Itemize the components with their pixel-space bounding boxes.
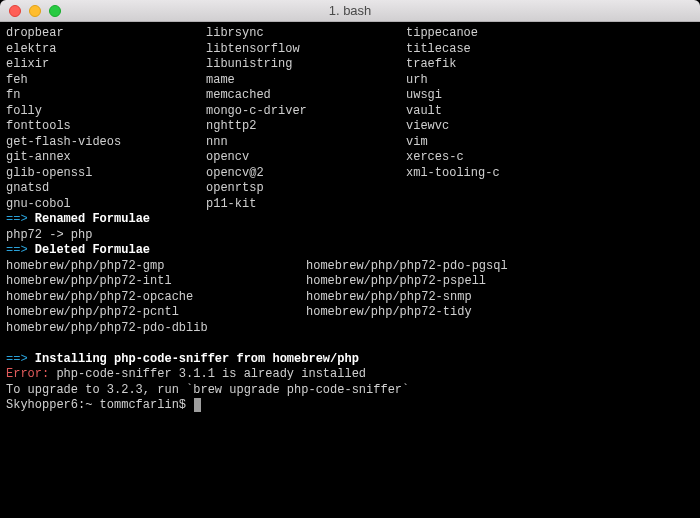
upgrade-msg: To upgrade to 3.2.3, run `brew upgrade p… — [6, 383, 694, 399]
formulae-grid: dropbear librsync tippecanoe elektra lib… — [6, 26, 694, 212]
error-msg: php-code-sniffer 3.1.1 is already instal… — [49, 367, 366, 381]
deleted-formula: homebrew/php/php72-pspell — [306, 274, 606, 290]
formula: fn — [6, 88, 206, 104]
terminal-window: 1. bash dropbear librsync tippecanoe ele… — [0, 0, 700, 518]
deleted-formula: homebrew/php/php72-tidy — [306, 305, 606, 321]
deleted-formula: homebrew/php/php72-opcache — [6, 290, 306, 306]
formula: opencv — [206, 150, 406, 166]
formula: git-annex — [6, 150, 206, 166]
formula: vault — [406, 104, 606, 120]
formula: get-flash-videos — [6, 135, 206, 151]
formula: tippecanoe — [406, 26, 606, 42]
terminal-output[interactable]: dropbear librsync tippecanoe elektra lib… — [0, 22, 700, 518]
formula: folly — [6, 104, 206, 120]
prompt: Skyhopper6:~ tommcfarlin$ — [6, 398, 193, 412]
formula: p11-kit — [206, 197, 406, 213]
deleted-formula: homebrew/php/php72-pdo-pgsql — [306, 259, 606, 275]
formula: elixir — [6, 57, 206, 73]
formula: titlecase — [406, 42, 606, 58]
formula: dropbear — [6, 26, 206, 42]
formula: memcached — [206, 88, 406, 104]
deleted-heading: ==> Deleted Formulae — [6, 243, 694, 259]
blank-line — [6, 336, 694, 352]
arrow-icon: ==> — [6, 212, 28, 226]
deleted-formula: homebrew/php/php72-intl — [6, 274, 306, 290]
prompt-line[interactable]: Skyhopper6:~ tommcfarlin$ — [6, 398, 694, 414]
formula: opencv@2 — [206, 166, 406, 182]
deleted-formula: homebrew/php/php72-pcntl — [6, 305, 306, 321]
formula: vim — [406, 135, 606, 151]
deleted-formula — [306, 321, 606, 337]
formula: xerces-c — [406, 150, 606, 166]
arrow-icon: ==> — [6, 352, 28, 366]
formula: gnu-cobol — [6, 197, 206, 213]
renamed-heading: ==> Renamed Formulae — [6, 212, 694, 228]
section-label: Renamed Formulae — [35, 212, 150, 226]
formula: mame — [206, 73, 406, 89]
formula: xml-tooling-c — [406, 166, 606, 182]
formula: librsync — [206, 26, 406, 42]
formula: nghttp2 — [206, 119, 406, 135]
error-line: Error: php-code-sniffer 3.1.1 is already… — [6, 367, 694, 383]
section-label: Deleted Formulae — [35, 243, 150, 257]
formula — [406, 197, 606, 213]
formula: viewvc — [406, 119, 606, 135]
formula: libunistring — [206, 57, 406, 73]
formula: glib-openssl — [6, 166, 206, 182]
deleted-grid: homebrew/php/php72-gmp homebrew/php/php7… — [6, 259, 694, 337]
formula: mongo-c-driver — [206, 104, 406, 120]
traffic-lights — [0, 5, 61, 17]
install-heading: ==> Installing php-code-sniffer from hom… — [6, 352, 694, 368]
zoom-icon[interactable] — [49, 5, 61, 17]
deleted-formula: homebrew/php/php72-snmp — [306, 290, 606, 306]
formula: feh — [6, 73, 206, 89]
formula: fonttools — [6, 119, 206, 135]
minimize-icon[interactable] — [29, 5, 41, 17]
formula — [406, 181, 606, 197]
renamed-body: php72 -> php — [6, 228, 694, 244]
deleted-formula: homebrew/php/php72-gmp — [6, 259, 306, 275]
deleted-formula: homebrew/php/php72-pdo-dblib — [6, 321, 306, 337]
close-icon[interactable] — [9, 5, 21, 17]
formula: urh — [406, 73, 606, 89]
error-label: Error: — [6, 367, 49, 381]
formula: libtensorflow — [206, 42, 406, 58]
formula: nnn — [206, 135, 406, 151]
arrow-icon: ==> — [6, 243, 28, 257]
formula: openrtsp — [206, 181, 406, 197]
formula: gnatsd — [6, 181, 206, 197]
formula: uwsgi — [406, 88, 606, 104]
formula: elektra — [6, 42, 206, 58]
window-title: 1. bash — [329, 3, 372, 18]
titlebar[interactable]: 1. bash — [0, 0, 700, 22]
cursor-icon — [194, 398, 201, 412]
formula: traefik — [406, 57, 606, 73]
install-heading-text: Installing php-code-sniffer from homebre… — [35, 352, 359, 366]
